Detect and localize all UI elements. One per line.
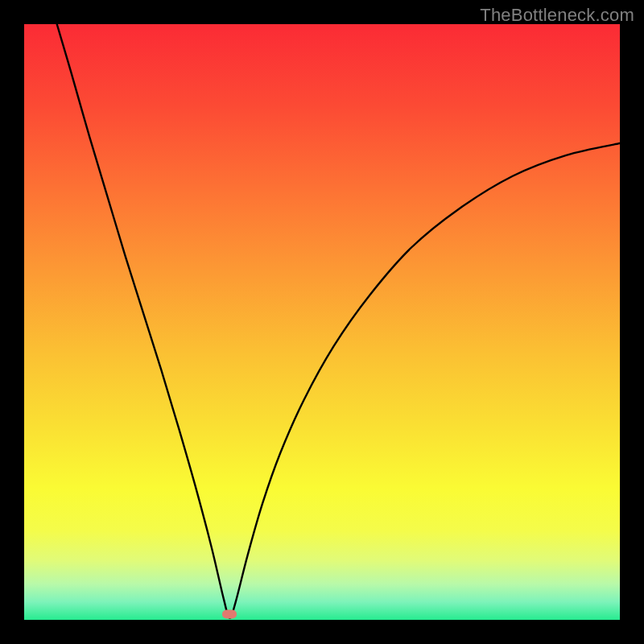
watermark-text: TheBottleneck.com <box>480 5 634 26</box>
optimal-marker <box>222 609 237 618</box>
bottleneck-curve <box>24 24 620 620</box>
chart-frame: TheBottleneck.com <box>0 0 644 644</box>
plot-area <box>24 24 620 620</box>
